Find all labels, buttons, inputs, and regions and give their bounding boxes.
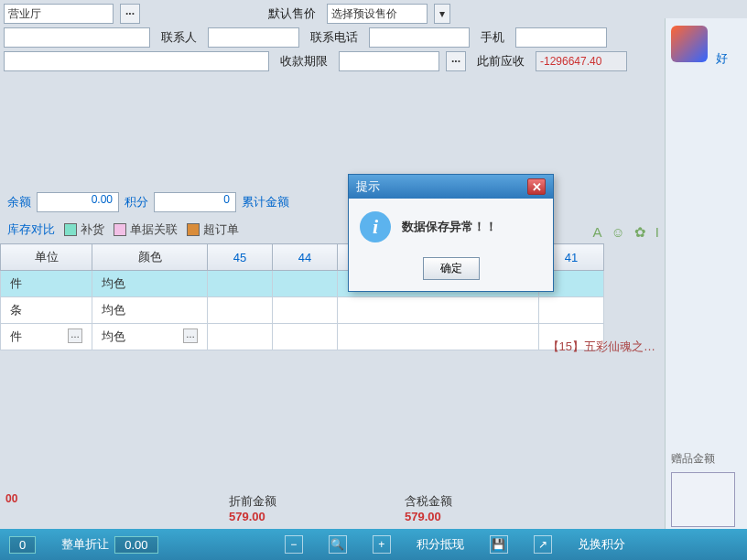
dialog-message: 数据保存异常！！ bbox=[402, 219, 497, 235]
mobile-label: 手机 bbox=[477, 29, 508, 46]
zoom-out-icon[interactable]: − bbox=[285, 535, 303, 554]
form-area: 营业厅 ··· 默认售价 选择预设售价 ▾ 联系人 联系电话 手机 收款期限 ·… bbox=[0, 0, 747, 79]
advert-text: 【15】五彩仙魂之… bbox=[547, 339, 655, 355]
accum-label: 累计金额 bbox=[242, 194, 289, 210]
tax-included-label: 含税金额 bbox=[405, 493, 452, 510]
flower-icon[interactable]: ✿ bbox=[634, 224, 646, 241]
col-45[interactable]: 45 bbox=[208, 244, 273, 271]
col-44[interactable]: 44 bbox=[273, 244, 338, 271]
dropdown-icon[interactable]: ▾ bbox=[434, 4, 450, 24]
save-icon[interactable]: 💾 bbox=[490, 535, 508, 554]
phone-label: 联系电话 bbox=[307, 29, 362, 46]
table-row[interactable]: 件… 均色… bbox=[1, 324, 604, 350]
totals-footer: 折前金额 579.00 含税金额 579.00 bbox=[0, 493, 747, 523]
prev-receivable-label: 此前应收 bbox=[473, 53, 528, 70]
bottom-toolbar: 0 整单折让0.00 − 🔍 + 积分抵现 💾 ↗ 兑换积分 bbox=[0, 529, 747, 560]
legend-over-order: 超订单 bbox=[187, 221, 239, 238]
phone-input[interactable] bbox=[369, 27, 470, 48]
branch-field[interactable]: 营业厅 bbox=[4, 4, 114, 24]
tax-included-value: 579.00 bbox=[405, 510, 452, 523]
default-price-select[interactable]: 选择预设售价 bbox=[327, 4, 428, 24]
friend-link[interactable]: 好 bbox=[716, 51, 728, 65]
points-label: 积分 bbox=[124, 194, 148, 210]
col-color[interactable]: 颜色 bbox=[92, 244, 208, 271]
text-tools: A ☺ ✿ I bbox=[592, 224, 659, 241]
legend-doc-link: 单据关联 bbox=[114, 221, 178, 238]
right-panel: 好 赠品金额 bbox=[665, 18, 747, 531]
balance-value: 0.00 bbox=[37, 192, 119, 212]
points-deduct-label[interactable]: 积分抵现 bbox=[417, 536, 464, 553]
cell-picker[interactable]: … bbox=[68, 328, 82, 343]
stock-compare-link[interactable]: 库存对比 bbox=[7, 221, 55, 238]
due-date-picker[interactable]: ··· bbox=[446, 51, 466, 71]
app-logo-icon bbox=[671, 26, 708, 62]
default-price-label: 默认售价 bbox=[265, 5, 319, 22]
alert-dialog: 提示 ✕ i 数据保存异常！！ 确定 bbox=[348, 174, 554, 292]
italic-icon[interactable]: I bbox=[655, 224, 659, 241]
unknown-field-1[interactable] bbox=[4, 27, 150, 48]
emoji-icon[interactable]: ☺ bbox=[612, 224, 625, 241]
dialog-title: 提示 bbox=[356, 178, 380, 195]
col-unit[interactable]: 单位 bbox=[1, 244, 92, 271]
points-value: 0 bbox=[154, 192, 236, 212]
pre-discount-label: 折前金额 bbox=[229, 493, 276, 510]
export-icon[interactable]: ↗ bbox=[534, 535, 552, 554]
gift-label: 赠品金额 bbox=[671, 451, 742, 467]
mobile-input[interactable] bbox=[515, 27, 607, 48]
prev-receivable-value: -1296647.40 bbox=[536, 51, 627, 71]
close-icon[interactable]: ✕ bbox=[527, 178, 546, 195]
exchange-points-label[interactable]: 兑换积分 bbox=[578, 536, 625, 553]
legend-replenish: 补货 bbox=[64, 221, 104, 238]
search-icon[interactable]: 🔍 bbox=[329, 535, 347, 554]
due-date-label: 收款期限 bbox=[276, 53, 331, 70]
contact-input[interactable] bbox=[208, 27, 299, 48]
balance-label: 余额 bbox=[7, 194, 31, 210]
cell-picker[interactable]: … bbox=[183, 328, 198, 343]
unknown-field-2[interactable] bbox=[4, 51, 269, 71]
table-row[interactable]: 条均色 bbox=[1, 297, 604, 324]
due-date-input[interactable] bbox=[339, 51, 439, 71]
bar-zero: 0 bbox=[9, 536, 36, 554]
ok-button[interactable]: 确定 bbox=[423, 257, 480, 280]
zoom-in-icon[interactable]: + bbox=[373, 535, 391, 554]
contact-label: 联系人 bbox=[157, 29, 200, 46]
branch-picker[interactable]: ··· bbox=[120, 4, 140, 24]
pre-discount-value: 579.00 bbox=[229, 510, 276, 523]
order-discount-label[interactable]: 整单折让0.00 bbox=[61, 536, 157, 554]
font-a-icon[interactable]: A bbox=[592, 224, 601, 241]
info-icon: i bbox=[360, 211, 391, 242]
